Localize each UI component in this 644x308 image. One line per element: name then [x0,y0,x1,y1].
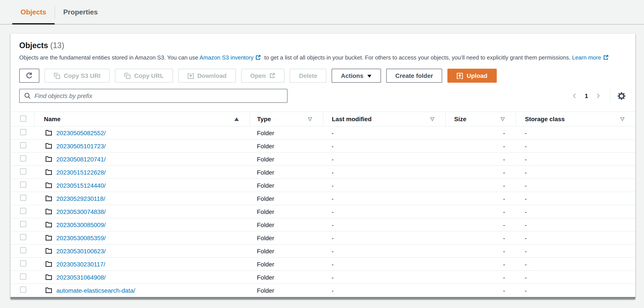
object-name-link[interactable]: 20230530100623/ [56,247,106,254]
row-checkbox[interactable] [20,169,26,175]
refresh-button[interactable] [19,69,39,83]
row-checkbox[interactable] [20,273,26,279]
object-name-link[interactable]: 20230530074838/ [56,208,106,215]
row-checkbox[interactable] [20,142,26,148]
object-size: - [445,284,516,297]
filter-icon[interactable] [307,117,312,121]
object-name-link[interactable]: 20230515124440/ [56,182,106,189]
upload-button[interactable]: Upload [448,69,496,83]
download-button[interactable]: Download [178,69,236,83]
actions-dropdown-button[interactable]: Actions [332,69,381,83]
row-checkbox[interactable] [20,247,26,253]
copy-s3-uri-button[interactable]: Copy S3 URI [44,69,110,83]
folder-icon [46,169,52,176]
download-icon [187,72,194,79]
object-storage-class: - [516,218,635,231]
s3-inventory-link[interactable]: Amazon S3 inventory [200,54,254,61]
object-storage-class: - [516,205,635,218]
object-type: Folder [250,126,323,139]
object-name-link[interactable]: 20230530085009/ [56,221,106,228]
tab-objects-label: Objects [20,8,46,16]
horizontal-scrollbar[interactable] [10,297,635,299]
delete-button[interactable]: Delete [290,69,326,83]
object-size: - [445,166,516,179]
sort-ascending-icon[interactable] [234,117,239,121]
folder-icon [46,195,52,202]
column-header-storage-class[interactable]: Storage class [525,115,565,122]
folder-icon [46,143,52,149]
tab-properties[interactable]: Properties [55,0,106,24]
column-header-last-modified[interactable]: Last modified [332,115,372,122]
object-type: Folder [250,139,323,152]
folder-icon [46,274,52,280]
filter-icon[interactable] [430,117,434,121]
chevron-left-icon[interactable] [570,91,579,101]
column-header-name[interactable]: Name [44,115,60,122]
object-last-modified: - [323,139,445,152]
object-size: - [445,192,516,205]
filter-icon[interactable] [500,117,505,121]
row-checkbox[interactable] [20,221,26,227]
description-text-2: to get a list of all objects in your buc… [262,54,572,61]
tab-objects[interactable]: Objects [12,0,54,24]
object-storage-class: - [516,284,635,297]
copy-url-button[interactable]: Copy URL [115,69,173,83]
refresh-icon [26,72,33,79]
object-name-link[interactable]: 20230515122628/ [56,169,106,176]
table-row: 20230530100623/ Folder - - - [10,244,635,257]
page-number[interactable]: 1 [584,92,588,99]
folder-icon [46,182,52,189]
learn-more-link[interactable]: Learn more [572,54,601,61]
object-name-link[interactable]: automate-elasticsearch-data/ [56,287,135,294]
row-checkbox[interactable] [20,182,26,188]
row-checkbox[interactable] [20,260,26,266]
object-last-modified: - [323,126,445,139]
chevron-right-icon[interactable] [593,91,603,101]
objects-panel: Objects (13) Objects are the fundamental… [10,34,635,299]
panel-description: Objects are the fundamental entities sto… [19,54,626,62]
object-storage-class: - [516,179,635,192]
external-link-icon [603,55,608,60]
pager-divider [610,89,610,102]
external-link-icon [269,73,276,79]
table-row: 20230530230117/ Folder - - - [10,257,635,271]
description-text: Objects are the fundamental entities sto… [19,54,200,61]
object-type: Folder [250,205,323,218]
tab-properties-label: Properties [63,8,98,16]
gear-icon[interactable] [616,91,626,101]
object-storage-class: - [516,192,635,205]
row-checkbox[interactable] [20,129,26,135]
select-all-checkbox[interactable] [20,115,26,121]
row-checkbox[interactable] [20,195,26,201]
object-name-link[interactable]: 20230531064908/ [56,274,106,281]
object-storage-class: - [516,244,635,257]
object-name-link[interactable]: 20230529230118/ [56,195,105,202]
search-input[interactable] [34,92,283,99]
object-name-link[interactable]: 20230505082552/ [56,129,106,136]
object-storage-class: - [516,271,635,284]
object-name-link[interactable]: 20230508120741/ [56,156,106,163]
object-last-modified: - [323,205,445,218]
upload-label: Upload [466,72,487,79]
column-header-size[interactable]: Size [454,115,466,122]
pagination: 1 [570,89,626,102]
object-size: - [445,231,516,244]
column-header-type[interactable]: Type [257,115,271,122]
object-last-modified: - [323,218,445,231]
object-name-link[interactable]: 20230505101723/ [56,142,106,149]
object-name-link[interactable]: 20230530230117/ [56,260,105,267]
row-checkbox[interactable] [20,234,26,240]
table-row: 20230515124440/ Folder - - - [10,179,635,192]
object-last-modified: - [323,179,445,192]
object-type: Folder [250,218,323,231]
copy-url-label: Copy URL [134,72,164,79]
object-name-link[interactable]: 20230530085359/ [56,234,106,241]
copy-icon [54,72,60,79]
create-folder-button[interactable]: Create folder [386,69,442,83]
open-button[interactable]: Open [241,69,285,83]
table-row: 20230508120741/ Folder - - - [10,152,635,166]
filter-icon[interactable] [620,117,624,121]
row-checkbox[interactable] [20,286,26,293]
row-checkbox[interactable] [20,208,26,214]
row-checkbox[interactable] [20,155,26,162]
